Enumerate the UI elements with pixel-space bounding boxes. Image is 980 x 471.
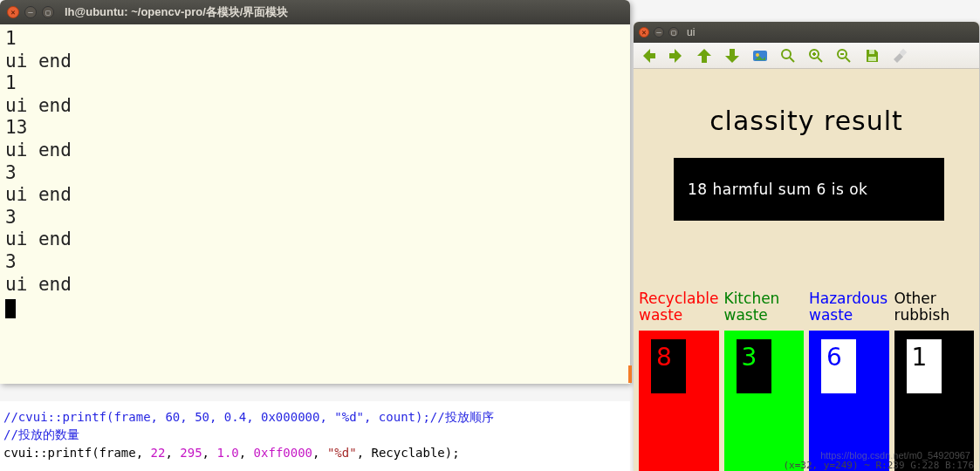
code-string: "%d" <box>327 446 357 460</box>
zoom-out-icon[interactable] <box>834 46 853 65</box>
zoom-reset-icon[interactable] <box>778 46 798 65</box>
category-count: 3 <box>742 343 757 372</box>
toolbar <box>634 43 979 69</box>
category-label: Other rubbish <box>894 290 950 323</box>
svg-line-9 <box>846 58 850 62</box>
term-line: ui end <box>5 184 72 205</box>
forward-icon[interactable] <box>667 46 686 65</box>
term-line: 13 <box>5 117 27 138</box>
term-line: ui end <box>5 274 72 295</box>
term-line: ui end <box>5 95 72 116</box>
terminal-title: lh@ubuntu: ~/opencv-pro/各模块/界面模块 <box>65 4 288 20</box>
code-number: 0xff0000 <box>254 446 312 460</box>
categories-row: Recyclable waste8Kitchen waste3Hazardous… <box>639 290 974 471</box>
heading: classity result <box>634 106 979 136</box>
code-comment-line: //cvui::printf(frame, 60, 50, 0.4, 0x000… <box>3 410 494 424</box>
category-label: Kitchen waste <box>724 290 780 323</box>
category-1: Kitchen waste3 <box>724 331 805 471</box>
minimize-icon[interactable]: – <box>24 6 37 18</box>
svg-line-5 <box>818 58 822 62</box>
category-count: 1 <box>912 343 928 372</box>
term-line: 1 <box>5 72 17 93</box>
maximize-icon[interactable]: ▢ <box>42 6 54 18</box>
category-0: Recyclable waste8 <box>639 331 719 471</box>
term-line: 3 <box>5 207 17 228</box>
close-icon[interactable]: ✕ <box>7 6 19 18</box>
svg-rect-12 <box>868 57 876 61</box>
minimize-icon[interactable]: – <box>654 27 664 38</box>
ui-titlebar[interactable]: ✕ – ▢ ui <box>634 22 979 43</box>
ui-title: ui <box>687 26 695 38</box>
svg-rect-11 <box>869 50 874 54</box>
status-bar: (x=32, y=249) ~ R:239 G:228 B:176 <box>783 460 974 471</box>
category-label: Hazardous waste <box>809 290 887 323</box>
svg-point-1 <box>756 53 759 57</box>
category-block: 3 <box>724 331 805 471</box>
scroll-marker-icon <box>628 365 632 383</box>
ui-content: classity result 18 harmful sum 6 is ok R… <box>634 69 979 471</box>
result-text: 18 harmful sum 6 is ok <box>688 181 867 198</box>
terminal-titlebar[interactable]: ✕ – ▢ lh@ubuntu: ~/opencv-pro/各模块/界面模块 <box>0 0 630 24</box>
term-line: 3 <box>5 251 17 272</box>
term-line: ui end <box>5 51 72 72</box>
up-icon[interactable] <box>695 46 714 65</box>
category-inner: 8 <box>651 339 686 393</box>
ui-window: ✕ – ▢ ui classity result 18 harmful sum … <box>634 22 979 471</box>
code-number: 295 <box>180 446 202 460</box>
terminal-body[interactable]: 1 ui end 1 ui end 13 ui end 3 ui end 3 u… <box>0 24 630 322</box>
close-icon[interactable]: ✕ <box>639 27 649 38</box>
code-text: cvui::printf(frame, <box>3 446 151 460</box>
code-editor[interactable]: //cvui::printf(frame, 60, 50, 0.4, 0x000… <box>0 401 630 471</box>
svg-line-3 <box>790 58 794 62</box>
save-icon[interactable] <box>862 46 881 65</box>
category-count: 6 <box>826 343 842 372</box>
term-line: ui end <box>5 140 72 160</box>
maximize-icon[interactable]: ▢ <box>668 27 679 38</box>
category-inner: 6 <box>821 339 856 393</box>
term-line: 3 <box>5 162 17 183</box>
term-line: 1 <box>5 28 17 49</box>
terminal-window: ✕ – ▢ lh@ubuntu: ~/opencv-pro/各模块/界面模块 1… <box>0 0 630 384</box>
image-icon[interactable] <box>750 46 770 65</box>
category-inner: 3 <box>737 339 771 393</box>
clear-icon[interactable] <box>890 46 909 65</box>
code-number: 22 <box>151 446 166 460</box>
back-icon[interactable] <box>639 46 658 65</box>
code-text: , Recyclable); <box>357 446 460 460</box>
code-comment-line: //投放的数量 <box>3 427 79 441</box>
category-inner: 1 <box>907 339 942 393</box>
category-count: 8 <box>656 343 672 372</box>
code-number: 1.0 <box>216 446 238 460</box>
result-panel: 18 harmful sum 6 is ok <box>674 158 944 221</box>
cursor-icon <box>5 299 16 318</box>
category-label: Recyclable waste <box>639 290 718 323</box>
category-block: 8 <box>639 331 719 471</box>
down-icon[interactable] <box>723 46 742 65</box>
svg-point-2 <box>782 50 791 58</box>
zoom-in-icon[interactable] <box>806 46 826 65</box>
term-line: ui end <box>5 229 72 249</box>
